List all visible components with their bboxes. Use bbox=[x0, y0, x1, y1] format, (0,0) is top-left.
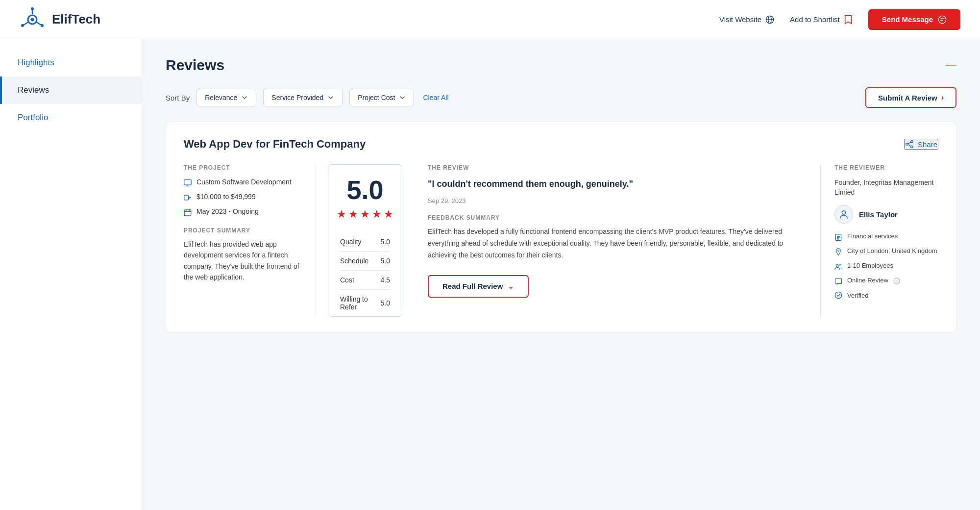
review-date: Sep 29, 2023 bbox=[428, 197, 807, 204]
send-message-label: Send Message bbox=[882, 15, 933, 24]
submit-review-button[interactable]: Submit A Review › bbox=[865, 87, 956, 108]
chevron-down-icon bbox=[241, 94, 248, 101]
svg-point-11 bbox=[938, 16, 946, 23]
svg-point-13 bbox=[911, 146, 913, 148]
service-provided-filter[interactable]: Service Provided bbox=[263, 89, 343, 106]
visit-website-link[interactable]: Visit Website bbox=[719, 15, 774, 24]
refer-label: Willing to Refer bbox=[340, 295, 381, 311]
reviewer-employees: 1-10 Employees bbox=[834, 262, 938, 271]
service-text: Custom Software Development bbox=[196, 178, 292, 186]
project-cost-filter[interactable]: Project Cost bbox=[349, 89, 414, 106]
project-detail-cost: $10,000 to $49,999 bbox=[184, 193, 302, 202]
building-icon bbox=[834, 233, 842, 241]
svg-point-35 bbox=[835, 292, 841, 299]
page-title: Reviews bbox=[166, 57, 224, 74]
date-text: May 2023 - Ongoing bbox=[196, 207, 259, 215]
reviewer-column: THE REVIEWER Founder, Integritas Managem… bbox=[821, 164, 938, 317]
monitor-icon bbox=[184, 179, 192, 187]
cost-value: 4.5 bbox=[381, 276, 390, 284]
share-icon bbox=[905, 140, 914, 149]
reviewer-name: Ellis Taylor bbox=[859, 210, 898, 219]
svg-point-1 bbox=[31, 18, 34, 21]
quality-value: 5.0 bbox=[381, 238, 390, 246]
chevron-down-icon: ⌄ bbox=[508, 282, 514, 291]
schedule-value: 5.0 bbox=[381, 257, 390, 265]
star-4: ★ bbox=[372, 208, 382, 221]
svg-text:?: ? bbox=[896, 280, 898, 284]
project-summary-title: PROJECT SUMMARY bbox=[184, 227, 302, 234]
users-icon bbox=[834, 263, 842, 271]
relevance-value: Relevance bbox=[205, 94, 237, 102]
globe-icon bbox=[765, 15, 774, 24]
location-icon bbox=[834, 248, 842, 256]
refer-value: 5.0 bbox=[381, 299, 390, 307]
svg-rect-21 bbox=[184, 210, 191, 216]
calendar-icon bbox=[184, 208, 192, 216]
verified-icon bbox=[834, 291, 842, 299]
sidebar-item-label: Highlights bbox=[18, 58, 54, 68]
reviewer-role: Founder, Integritas Management Limied bbox=[834, 178, 938, 197]
svg-point-30 bbox=[838, 250, 839, 252]
bookmark-icon bbox=[844, 15, 853, 25]
service-value: Service Provided bbox=[271, 94, 323, 102]
svg-line-6 bbox=[24, 22, 28, 25]
cost-value: Project Cost bbox=[358, 94, 395, 102]
chevron-down-icon bbox=[399, 94, 406, 101]
tag-icon bbox=[184, 194, 192, 202]
score-column: 5.0 ★ ★ ★ ★ ★ Quality 5.0 bbox=[328, 164, 402, 317]
svg-point-31 bbox=[836, 264, 838, 267]
reviewer-review-type: Online Review ? bbox=[834, 277, 938, 285]
clear-all-button[interactable]: Clear All bbox=[421, 94, 450, 102]
reviewer-name-row: Ellis Taylor bbox=[834, 205, 938, 224]
feedback-title: FEEDBACK SUMMARY bbox=[428, 214, 807, 221]
main-layout: Highlights Reviews Portfolio Reviews — S… bbox=[0, 39, 980, 510]
help-icon: ? bbox=[893, 278, 900, 284]
review-column: THE REVIEW "I couldn't recommend them en… bbox=[414, 164, 821, 317]
svg-point-3 bbox=[31, 7, 34, 10]
shortlist-label: Add to Shortlist bbox=[790, 15, 840, 24]
location-text: City of London, United Kingdom bbox=[847, 247, 937, 255]
svg-point-32 bbox=[839, 264, 841, 266]
cost-label: Cost bbox=[340, 276, 354, 284]
header-actions: Visit Website Add to Shortlist Send Mess… bbox=[719, 9, 960, 30]
share-label: Share bbox=[918, 140, 937, 149]
sort-by-label: Sort By bbox=[166, 94, 190, 102]
person-icon bbox=[839, 209, 849, 219]
svg-rect-27 bbox=[837, 237, 838, 238]
svg-line-15 bbox=[908, 142, 910, 144]
schedule-score-row: Schedule 5.0 bbox=[340, 251, 390, 270]
project-detail-date: May 2023 - Ongoing bbox=[184, 207, 302, 216]
star-rating: ★ ★ ★ ★ ★ bbox=[337, 208, 393, 221]
feedback-text: ElifTech has developed a fully functiona… bbox=[428, 226, 807, 261]
send-message-button[interactable]: Send Message bbox=[868, 9, 960, 30]
employees-text: 1-10 Employees bbox=[847, 262, 893, 269]
chat-icon bbox=[834, 278, 842, 285]
industry-text: Financial services bbox=[847, 232, 898, 240]
star-5: ★ bbox=[384, 208, 393, 221]
logo-area: ElifTech bbox=[20, 7, 719, 32]
sidebar-item-label: Portfolio bbox=[18, 113, 48, 123]
filters-row: Sort By Relevance Service Provided Proje… bbox=[166, 87, 956, 108]
reviewer-location: City of London, United Kingdom bbox=[834, 247, 938, 256]
add-shortlist-button[interactable]: Add to Shortlist bbox=[790, 15, 853, 25]
sidebar: Highlights Reviews Portfolio bbox=[0, 39, 142, 510]
read-full-label: Read Full Review bbox=[442, 282, 503, 290]
sidebar-item-reviews[interactable]: Reviews bbox=[0, 76, 142, 104]
verified-label: Verified bbox=[847, 292, 868, 299]
sidebar-item-highlights[interactable]: Highlights bbox=[0, 49, 142, 76]
sidebar-item-portfolio[interactable]: Portfolio bbox=[0, 104, 142, 131]
sidebar-item-label: Reviews bbox=[18, 85, 49, 95]
refer-score-row: Willing to Refer 5.0 bbox=[340, 289, 390, 316]
share-button[interactable]: Share bbox=[904, 139, 938, 150]
project-column: THE PROJECT Custom Software Development … bbox=[184, 164, 316, 317]
quality-score-row: Quality 5.0 bbox=[340, 232, 390, 251]
cost-text: $10,000 to $49,999 bbox=[196, 193, 256, 201]
svg-line-16 bbox=[908, 145, 910, 146]
read-full-review-button[interactable]: Read Full Review ⌄ bbox=[428, 275, 529, 298]
submit-review-label: Submit A Review bbox=[878, 94, 937, 102]
relevance-filter[interactable]: Relevance bbox=[196, 89, 256, 106]
svg-point-25 bbox=[842, 211, 845, 214]
message-icon bbox=[938, 15, 947, 24]
svg-line-4 bbox=[37, 22, 41, 25]
collapse-icon[interactable]: — bbox=[946, 59, 956, 72]
